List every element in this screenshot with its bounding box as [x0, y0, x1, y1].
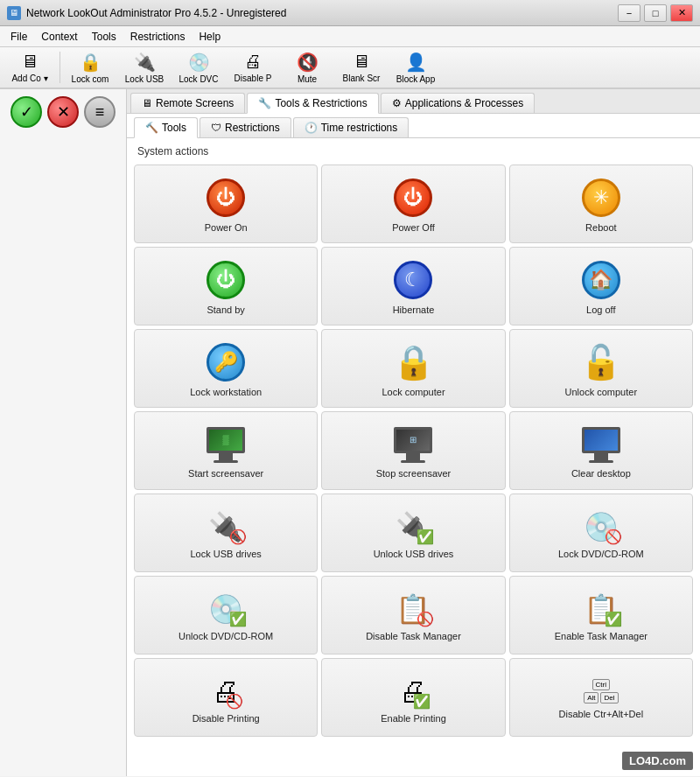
- grid-item-reboot[interactable]: ✳ Reboot: [509, 164, 693, 243]
- tab-tools-restrictions-label: Tools & Restrictions: [275, 97, 367, 109]
- grid-item-unlock-dvd[interactable]: 💿 ✅ Unlock DVD/CD-ROM: [134, 576, 318, 654]
- tab-time-restrictions[interactable]: 🕐 Time restrictions: [293, 117, 410, 137]
- hibernate-icon: ☾: [394, 261, 432, 299]
- title-bar: 🖥 Network LookOut Administrator Pro 4.5.…: [0, 0, 700, 26]
- tabs-row1: 🖥 Remote Screens 🔧 Tools & Restrictions …: [127, 89, 700, 114]
- lock-dvd-icon: 💿 🚫: [584, 510, 619, 543]
- standby-icon: ⏻: [206, 261, 245, 299]
- add-computer-icon: 🖥: [21, 52, 38, 72]
- content-area: 🖥 Remote Screens 🔧 Tools & Restrictions …: [127, 89, 700, 776]
- block-app-icon: 👤: [405, 52, 427, 73]
- tab-applications-processes-label: Applications & Processes: [405, 97, 523, 109]
- clear-desktop-icon: [582, 427, 620, 463]
- tab-tools-label: Tools: [162, 122, 186, 134]
- toolbar-lock-usb[interactable]: 🔌 Lock USB: [118, 49, 171, 86]
- toolbar: 🖥 Add Co ▾ 🔒 Lock com 🔌 Lock USB 💿 Lock …: [0, 47, 700, 89]
- menu-restrictions[interactable]: Restrictions: [123, 29, 192, 45]
- toolbar-disable-printing-label: Disable P: [234, 74, 272, 83]
- action-cancel-button[interactable]: ✕: [47, 96, 79, 128]
- close-button[interactable]: ✕: [670, 4, 693, 22]
- time-restrictions-icon: 🕐: [304, 122, 318, 134]
- grid-item-lock-usb[interactable]: 🔌 🚫 Lock USB drives: [134, 494, 318, 572]
- stop-screensaver-label: Stop screensaver: [376, 468, 452, 479]
- grid-item-disable-ctrlaltdel[interactable]: Ctrl Alt Del Disable Ctr+Alt+Del: [509, 658, 693, 737]
- tab-remote-screens[interactable]: 🖥 Remote Screens: [130, 93, 245, 113]
- tab-applications-processes[interactable]: ⚙ Applications & Processes: [381, 93, 535, 113]
- reboot-icon: ✳: [582, 178, 620, 217]
- disable-printing-icon: 🖨: [244, 52, 262, 72]
- tools-restrictions-icon: 🔧: [258, 97, 271, 109]
- disable-ctrlaltdel-icon: Ctrl Alt Del: [584, 679, 618, 704]
- tab-tools-restrictions[interactable]: 🔧 Tools & Restrictions: [247, 93, 378, 114]
- grid-item-enable-taskmgr[interactable]: 📋 ✅ Enable Task Manager: [509, 576, 693, 654]
- enable-taskmgr-icon: 📋 ✅: [584, 592, 619, 626]
- clear-desktop-label: Clear desktop: [571, 468, 631, 479]
- toolbar-blank-screen-label: Blank Scr: [343, 74, 381, 83]
- mute-icon: 🔇: [297, 52, 318, 73]
- grid-item-lock-workstation[interactable]: 🔑 Lock workstation: [134, 329, 318, 408]
- tab-time-restrictions-label: Time restrictions: [321, 122, 398, 134]
- grid-item-unlock-usb[interactable]: 🔌 ✅ Unlock USB drives: [321, 494, 505, 572]
- maximize-button[interactable]: □: [644, 4, 667, 22]
- enable-taskmgr-label: Enable Task Manager: [555, 631, 648, 641]
- grid-item-power-off[interactable]: ⏻ Power Off: [321, 164, 505, 243]
- disable-taskmgr-icon: 📋 🚫: [396, 592, 430, 626]
- unlock-dvd-label: Unlock DVD/CD-ROM: [178, 631, 273, 641]
- lock-usb-label: Lock USB drives: [191, 549, 262, 559]
- toolbar-block-app-label: Block App: [396, 74, 435, 84]
- grid-container: System actions ⏻ Power On ⏻ Power Off ✳ …: [127, 138, 700, 776]
- toolbar-add-computer[interactable]: 🖥 Add Co ▾: [4, 49, 56, 86]
- lockws-icon: 🔑: [206, 343, 245, 382]
- toolbar-blank-screen[interactable]: 🖥 Blank Scr: [335, 49, 388, 86]
- toolbar-disable-printing[interactable]: 🖨 Disable P: [227, 49, 279, 86]
- menu-context[interactable]: Context: [34, 29, 84, 45]
- lock-computer-label: Lock computer: [382, 387, 444, 397]
- remote-screens-icon: 🖥: [142, 97, 152, 109]
- hibernate-label: Hibernate: [393, 304, 435, 315]
- grid-item-lock-dvd[interactable]: 💿 🚫 Lock DVD/CD-ROM: [509, 494, 693, 572]
- lock-dvd-label: Lock DVD/CD-ROM: [558, 549, 644, 559]
- lock-computer-icon: 🔒: [393, 343, 434, 382]
- grid-item-hibernate[interactable]: ☾ Hibernate: [321, 247, 505, 326]
- unlock-dvd-icon: 💿 ✅: [208, 592, 243, 626]
- grid-item-start-screensaver[interactable]: ▒ Start screensaver: [134, 411, 318, 490]
- grid-item-disable-taskmgr[interactable]: 📋 🚫 Disable Task Manager: [321, 576, 505, 654]
- grid-item-stand-by[interactable]: ⏻ Stand by: [134, 247, 318, 326]
- lock-dvd-icon: 💿: [188, 52, 210, 73]
- menu-tools[interactable]: Tools: [85, 29, 123, 45]
- toolbar-lock-computer[interactable]: 🔒 Lock com: [64, 49, 116, 86]
- start-screensaver-icon: ▒: [206, 427, 245, 463]
- unlock-computer-label: Unlock computer: [565, 387, 638, 397]
- log-off-label: Log off: [586, 304, 615, 315]
- left-panel-actions: ✓ ✕ ≡: [10, 96, 116, 128]
- tab-remote-screens-label: Remote Screens: [156, 97, 234, 109]
- disable-taskmgr-label: Disable Task Manager: [366, 631, 461, 641]
- tab-restrictions[interactable]: 🛡 Restrictions: [200, 117, 291, 137]
- action-accept-button[interactable]: ✓: [10, 96, 42, 128]
- toolbar-block-app[interactable]: 👤 Block App: [389, 49, 442, 86]
- power-off-icon: ⏻: [394, 178, 432, 217]
- toolbar-separator-1: [60, 52, 60, 83]
- menu-help[interactable]: Help: [192, 29, 228, 45]
- grid-item-lock-computer[interactable]: 🔒 Lock computer: [321, 329, 505, 408]
- applications-processes-icon: ⚙: [392, 97, 402, 109]
- minimize-button[interactable]: −: [618, 4, 640, 22]
- tab-tools[interactable]: 🔨 Tools: [134, 117, 198, 138]
- grid-item-unlock-computer[interactable]: 🔓 Unlock computer: [509, 329, 693, 408]
- grid-item-power-on[interactable]: ⏻ Power On: [134, 164, 318, 243]
- action-settings-button[interactable]: ≡: [84, 96, 116, 128]
- toolbar-mute[interactable]: 🔇 Mute: [281, 49, 333, 86]
- logoff-icon: 🏠: [582, 261, 620, 299]
- grid-item-log-off[interactable]: 🏠 Log off: [509, 247, 693, 326]
- watermark: LO4D.com: [622, 752, 693, 770]
- blank-screen-icon: 🖥: [353, 52, 370, 72]
- grid-item-disable-printing[interactable]: 🖨 🚫 Disable Printing: [134, 658, 318, 737]
- toolbar-lock-computer-label: Lock com: [72, 74, 109, 84]
- lock-workstation-label: Lock workstation: [190, 387, 262, 397]
- toolbar-lock-dvd[interactable]: 💿 Lock DVC: [172, 49, 225, 86]
- menu-file[interactable]: File: [4, 29, 34, 45]
- tab-restrictions-label: Restrictions: [225, 122, 280, 134]
- grid-item-enable-printing[interactable]: 🖨 ✅ Enable Printing: [321, 658, 505, 737]
- grid-item-stop-screensaver[interactable]: ⊞ Stop screensaver: [321, 411, 505, 490]
- grid-item-clear-desktop[interactable]: Clear desktop: [509, 411, 693, 490]
